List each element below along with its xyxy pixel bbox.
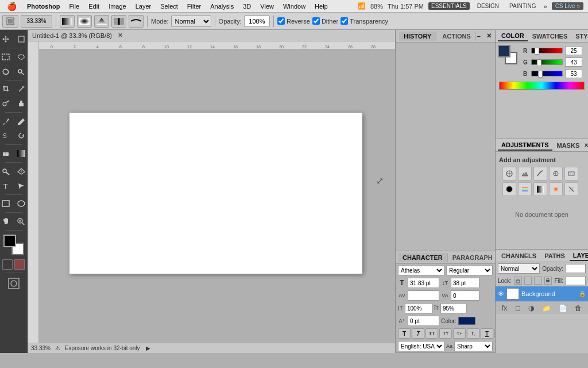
new-adjustment-layer-btn[interactable]: ◑ <box>528 304 534 312</box>
background-layer-row[interactable]: 👁 Background 🔒 <box>496 286 588 301</box>
bw-btn[interactable] <box>533 182 547 196</box>
layer-style-btn[interactable]: fx <box>502 304 507 312</box>
history-tab[interactable]: HISTORY <box>399 32 436 41</box>
menu-photoshop[interactable]: Photoshop <box>23 2 64 11</box>
levels-btn[interactable] <box>518 167 532 181</box>
r-input[interactable]: 25 <box>565 46 582 55</box>
add-mask-btn[interactable]: ◻ <box>515 304 521 312</box>
document-canvas[interactable] <box>69 113 362 274</box>
color-tab[interactable]: COLOR <box>498 31 528 41</box>
horizontal-scale-input[interactable] <box>405 303 432 313</box>
g-track[interactable] <box>531 59 563 65</box>
channel-mixer-btn[interactable] <box>564 182 578 196</box>
move-tool[interactable] <box>0 32 13 46</box>
b-input[interactable]: 53 <box>565 69 582 78</box>
fill-input[interactable] <box>566 276 586 285</box>
leading-input[interactable] <box>451 278 479 288</box>
stamp-tool[interactable] <box>14 97 29 110</box>
curves-btn[interactable] <box>533 167 547 181</box>
hand-tool[interactable] <box>0 214 13 228</box>
underline-btn[interactable]: T <box>481 328 493 339</box>
history-minimize-btn[interactable]: – <box>477 33 481 40</box>
cs-live-btn[interactable]: CS Live » <box>552 2 583 10</box>
kerning-input[interactable] <box>408 290 439 301</box>
menu-analysis[interactable]: Analysis <box>206 2 238 11</box>
workspace-design-btn[interactable]: DESIGN <box>474 2 502 10</box>
styles-tab[interactable]: STYLES <box>572 32 588 41</box>
channels-tab[interactable]: CHANNELS <box>498 251 540 260</box>
bold-btn[interactable]: T <box>398 328 411 339</box>
opacity-input[interactable]: 100% <box>244 16 270 27</box>
adjustments-close[interactable]: ✕ <box>584 142 588 148</box>
type-tool[interactable]: T <box>0 179 13 193</box>
artboard-tool[interactable] <box>14 32 29 46</box>
text-color-swatch[interactable] <box>458 317 475 325</box>
gradient-style-3[interactable] <box>94 15 109 28</box>
gradient-style-1[interactable] <box>60 15 75 28</box>
gradient-style-2[interactable] <box>77 15 92 28</box>
workspace-essentials-btn[interactable]: ESSENTIALS <box>428 2 470 10</box>
color-balance-btn[interactable] <box>518 182 532 196</box>
opacity-layer-input[interactable] <box>566 264 586 273</box>
fg-color-display[interactable] <box>498 45 510 57</box>
path-select-tool[interactable] <box>14 179 29 193</box>
g-thumb[interactable] <box>537 59 541 66</box>
font-size-input[interactable] <box>408 278 439 288</box>
workspace-painting-btn[interactable]: PAINTING <box>506 2 539 10</box>
layer-visibility-icon[interactable]: 👁 <box>498 290 504 297</box>
menu-help[interactable]: Help <box>311 2 332 11</box>
status-arrow[interactable]: ▶ <box>146 345 150 351</box>
ellipse-tool[interactable] <box>14 197 29 210</box>
rectangle-tool[interactable] <box>0 197 13 210</box>
menu-edit[interactable]: Edit <box>84 2 103 11</box>
lock-transparent-btn[interactable] <box>514 277 522 285</box>
actions-tab[interactable]: ACTIONS <box>438 32 476 41</box>
gradient-style-4[interactable] <box>111 15 126 28</box>
masks-tab[interactable]: MASKS <box>554 141 583 150</box>
blend-mode-select[interactable]: Normal <box>498 263 540 274</box>
vibrance-btn[interactable] <box>564 167 578 181</box>
lock-position-btn[interactable] <box>534 277 542 285</box>
standard-mode-btn[interactable] <box>2 259 13 270</box>
new-layer-btn[interactable]: 📄 <box>559 304 567 312</box>
adjustments-tab[interactable]: ADJUSTMENTS <box>498 140 552 151</box>
allcaps-btn[interactable]: TT <box>425 328 438 339</box>
antialias-select[interactable]: Sharp Crisp Strong Smooth <box>454 341 493 351</box>
menu-filter[interactable]: Filter <box>183 2 205 11</box>
dither-checkbox[interactable] <box>312 17 320 25</box>
menu-image[interactable]: Image <box>105 2 130 11</box>
photo-filter-btn[interactable] <box>549 182 563 196</box>
canvas-document[interactable] <box>39 47 392 339</box>
subscript-btn[interactable]: T, <box>467 328 479 339</box>
swatches-tab[interactable]: SWATCHES <box>529 32 571 41</box>
lasso-tool[interactable] <box>0 64 13 78</box>
new-group-btn[interactable]: 📁 <box>542 304 551 312</box>
menu-layer[interactable]: Layer <box>131 2 156 11</box>
eraser-tool[interactable] <box>0 147 13 160</box>
baseline-input[interactable] <box>408 316 439 326</box>
eyedropper-tool[interactable] <box>14 82 29 96</box>
workspace-more-btn[interactable]: » <box>544 3 547 10</box>
quickmask-mode-btn[interactable] <box>14 259 25 270</box>
font-style-select[interactable]: Regular <box>446 265 493 275</box>
gradient-style-5[interactable] <box>129 15 144 28</box>
apple-menu[interactable]: 🍎 <box>0 2 23 11</box>
tracking-input[interactable] <box>451 290 479 301</box>
r-thumb[interactable] <box>535 48 539 55</box>
pen-tool[interactable] <box>14 164 29 178</box>
character-tab[interactable]: CHARACTER <box>398 253 448 262</box>
exposure-btn[interactable] <box>549 167 563 181</box>
menu-select[interactable]: Select <box>156 2 182 11</box>
marquee-rect-tool[interactable] <box>0 50 13 64</box>
g-input[interactable]: 43 <box>565 57 582 67</box>
clone-stamp-tool[interactable]: S <box>0 129 13 143</box>
font-family-select[interactable]: Athelas <box>398 265 444 275</box>
italic-btn[interactable]: T <box>412 328 424 339</box>
paragraph-tab[interactable]: PARAGRAPH <box>448 253 498 262</box>
r-track[interactable] <box>531 48 563 53</box>
menu-window[interactable]: Window <box>279 2 310 11</box>
brush-tool[interactable] <box>0 114 13 128</box>
foreground-color-swatch[interactable] <box>3 235 16 247</box>
history-close-btn[interactable]: ✕ <box>486 32 492 40</box>
delete-layer-btn[interactable]: 🗑 <box>575 304 582 312</box>
